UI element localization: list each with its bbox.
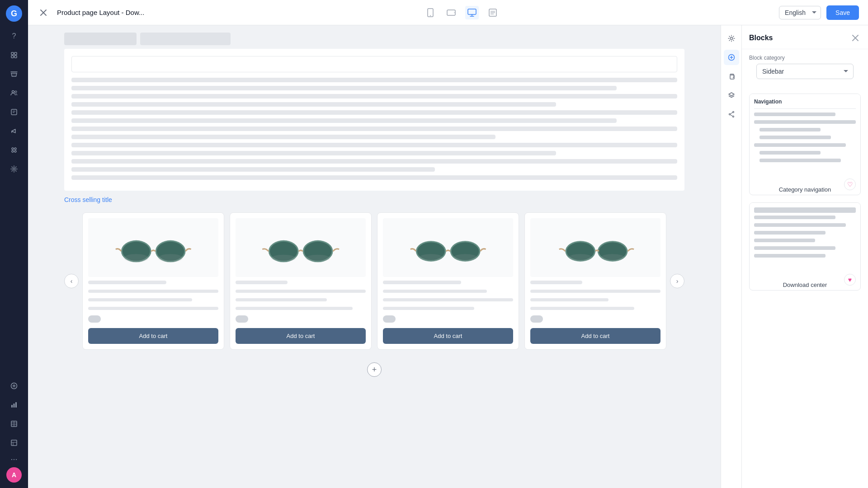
svg-rect-1 (14, 52, 17, 55)
svg-point-42 (124, 254, 149, 262)
svg-point-4 (12, 91, 14, 93)
dl-preview-inner (750, 203, 860, 278)
nav-item-table1[interactable] (6, 416, 22, 432)
svg-point-61 (601, 254, 624, 261)
svg-rect-19 (15, 402, 17, 408)
svg-point-48 (271, 254, 296, 261)
add-to-cart-button[interactable]: Add to cart (530, 328, 660, 344)
svg-rect-2 (11, 56, 14, 58)
save-button[interactable]: Save (826, 5, 859, 20)
add-block-row: + (64, 353, 684, 386)
top-bar: Product page Layout - Dow... English Ger… (28, 0, 868, 25)
svg-rect-24 (11, 440, 17, 446)
nav-item-marketing[interactable] (6, 123, 22, 139)
product-card: Add to cart (524, 212, 666, 350)
product-image (88, 218, 218, 277)
search-mock (71, 56, 677, 72)
mobile-view-button[interactable] (424, 6, 437, 19)
blocks-header: Blocks (742, 25, 868, 49)
product-toggle[interactable] (383, 315, 396, 323)
svg-line-70 (730, 113, 732, 114)
svg-point-67 (732, 112, 734, 113)
tool-settings[interactable] (724, 31, 739, 46)
nav-item-help[interactable]: ? (6, 28, 22, 44)
tool-add-block[interactable] (724, 50, 739, 65)
left-navigation: G ? ··· A (0, 0, 28, 488)
svg-point-10 (14, 148, 16, 150)
product-image (530, 218, 660, 277)
svg-point-49 (306, 254, 330, 261)
svg-point-32 (454, 12, 455, 13)
navigation-block-favorite[interactable]: ♡ (844, 178, 856, 190)
blocks-panel-title: Blocks (749, 34, 773, 42)
svg-point-54 (419, 254, 443, 261)
tool-share[interactable] (724, 107, 739, 122)
nav-item-analytics[interactable] (6, 397, 22, 413)
svg-point-5 (15, 91, 17, 93)
svg-point-60 (569, 254, 592, 261)
add-to-cart-button[interactable]: Add to cart (383, 328, 513, 344)
nav-preview-inner: Navigation (750, 94, 860, 183)
tool-layers[interactable] (724, 88, 739, 103)
add-to-cart-button[interactable]: Add to cart (88, 328, 218, 344)
block-category-label: Block category (742, 49, 868, 64)
list-view-button[interactable] (486, 6, 500, 19)
app-logo[interactable]: G (6, 5, 22, 22)
download-center-block-preview: ♥ Download center (749, 202, 861, 291)
svg-point-30 (430, 15, 431, 16)
block-category-select[interactable]: Sidebar Header Footer Content Navigation (756, 64, 854, 79)
carousel-cards: Add to cart (79, 209, 670, 353)
user-avatar[interactable]: A (6, 467, 22, 483)
language-selector[interactable]: English German French (779, 6, 821, 19)
canvas-scroll: Cross selling title ‹ (28, 25, 721, 488)
svg-point-43 (158, 254, 183, 262)
nav-item-pages[interactable] (6, 47, 22, 63)
nav-item-apps[interactable] (6, 142, 22, 158)
blocks-panel: Blocks Block category Sidebar Header Foo… (741, 25, 868, 488)
svg-point-68 (732, 116, 734, 117)
tool-copy[interactable] (724, 69, 739, 84)
close-button[interactable] (37, 6, 50, 19)
product-image (236, 218, 366, 277)
carousel-next-button[interactable]: › (670, 274, 684, 288)
svg-point-9 (12, 148, 14, 150)
page-header-mock (64, 25, 684, 49)
desktop-view-button[interactable] (465, 6, 479, 19)
svg-rect-17 (11, 405, 13, 408)
svg-point-11 (12, 150, 14, 152)
product-toggle[interactable] (88, 315, 101, 323)
nav-item-add[interactable] (6, 378, 22, 394)
nav-more-dots[interactable]: ··· (6, 454, 22, 465)
svg-rect-3 (14, 56, 17, 58)
product-card: Add to cart (377, 212, 519, 350)
carousel-prev-button[interactable]: ‹ (64, 274, 79, 288)
add-block-button[interactable]: + (367, 362, 382, 377)
svg-point-55 (453, 254, 477, 261)
header-tab-1 (64, 33, 137, 45)
svg-rect-6 (11, 109, 17, 115)
nav-item-store[interactable] (6, 66, 22, 82)
svg-line-71 (730, 115, 732, 116)
svg-rect-0 (11, 52, 14, 55)
product-image (383, 218, 513, 277)
nav-item-users[interactable] (6, 85, 22, 101)
header-tab-2 (140, 33, 231, 45)
tool-panel (721, 25, 741, 488)
canvas-area[interactable]: Cross selling title ‹ (28, 25, 721, 488)
device-switcher (151, 6, 772, 19)
page-title: Product page Layout - Dow... (57, 9, 144, 16)
content-text-block (64, 49, 684, 191)
tablet-view-button[interactable] (444, 6, 458, 19)
svg-point-62 (730, 38, 732, 40)
product-toggle[interactable] (236, 315, 248, 323)
blocks-panel-close[interactable] (850, 33, 861, 43)
add-to-cart-button[interactable]: Add to cart (236, 328, 366, 344)
nav-item-table2[interactable] (6, 435, 22, 451)
nav-item-forms[interactable] (6, 104, 22, 120)
nav-preview-title: Navigation (754, 99, 856, 105)
nav-item-settings[interactable] (6, 161, 22, 177)
svg-rect-33 (468, 9, 476, 14)
product-toggle[interactable] (530, 315, 543, 323)
download-center-block-favorite[interactable]: ♥ (844, 274, 856, 286)
product-card: Add to cart (230, 212, 372, 350)
